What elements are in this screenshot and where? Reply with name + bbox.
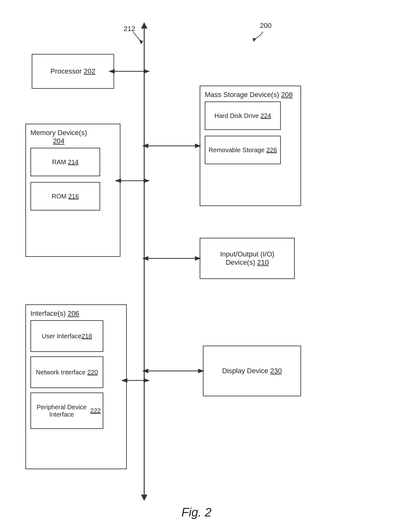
interfaces-label: Interface(s) 206 xyxy=(30,309,79,318)
processor-label: Processor 202 xyxy=(50,67,95,75)
svg-marker-26 xyxy=(139,40,143,44)
svg-marker-12 xyxy=(144,178,150,183)
svg-marker-17 xyxy=(142,144,148,148)
rom-box: ROM 216 xyxy=(30,182,100,211)
display-label: Display Device 230 xyxy=(222,367,282,375)
removable-storage-box: Removable Storage 226 xyxy=(205,136,281,164)
diagram: 200 212 Processor 202 Memory Device(s) 2… xyxy=(0,0,393,532)
memory-label: Memory Device(s) 204 xyxy=(30,129,87,145)
interfaces-box: Interface(s) 206 User Interface218 Netwo… xyxy=(25,304,127,469)
processor-box: Processor 202 xyxy=(32,54,114,89)
io-label: Input/Output (I/O) Device(s) 210 xyxy=(203,250,292,267)
ram-box: RAM 214 xyxy=(30,148,100,176)
peripheral-interface-box: Peripheral Device Interface222 xyxy=(30,393,103,429)
network-interface-box: Network Interface 220 xyxy=(30,356,103,388)
memory-box: Memory Device(s) 204 RAM 214 ROM 216 xyxy=(25,124,120,257)
user-interface-box: User Interface218 xyxy=(30,320,103,352)
diagram-ref-200: 200 xyxy=(260,22,272,30)
svg-marker-5 xyxy=(141,22,147,29)
bus-label: 212 xyxy=(124,25,135,33)
mass-storage-label: Mass Storage Device(s) 208 xyxy=(205,91,293,99)
svg-marker-15 xyxy=(144,378,150,383)
svg-marker-9 xyxy=(144,69,150,74)
io-devices-box: Input/Output (I/O) Device(s) 210 xyxy=(200,238,295,279)
svg-marker-20 xyxy=(142,256,148,261)
figure-caption: Fig. 2 xyxy=(0,506,393,519)
svg-marker-25 xyxy=(253,38,256,42)
mass-storage-box: Mass Storage Device(s) 208 Hard Disk Dri… xyxy=(200,86,301,206)
svg-marker-23 xyxy=(142,369,148,373)
display-device-box: Display Device 230 xyxy=(203,346,301,396)
svg-marker-6 xyxy=(141,495,147,501)
hdd-box: Hard Disk Drive 224 xyxy=(205,101,281,130)
